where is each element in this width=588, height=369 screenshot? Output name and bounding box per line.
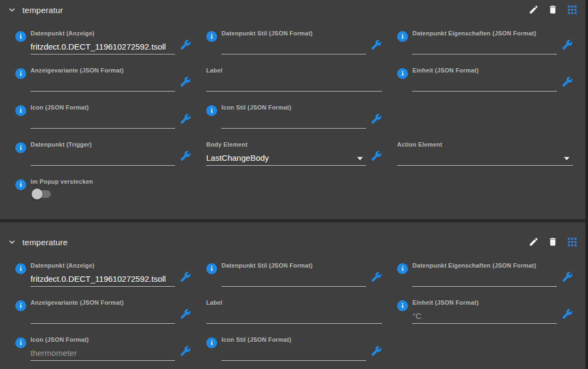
- field-action-element: Action Element: [397, 141, 573, 166]
- label-input[interactable]: [206, 78, 382, 88]
- field-label: Icon (JSON Format): [31, 104, 175, 111]
- anzeigevariante-input[interactable]: [31, 310, 175, 320]
- einheit-input[interactable]: [412, 78, 557, 88]
- anzeigevariante-input[interactable]: [31, 78, 175, 88]
- field-label: Label: [206, 299, 382, 306]
- icon-stil-input[interactable]: [221, 347, 366, 358]
- info-icon[interactable]: i: [15, 31, 26, 42]
- datenpunkt-anzeige-input[interactable]: fritzdect.0.DECT_119610272592.tsoll: [31, 273, 175, 283]
- drag-grid-icon[interactable]: [568, 5, 577, 14]
- field-datenpunkt-eigenschaften: i Datenpunkt Eigenschaften (JSON Format): [397, 262, 573, 287]
- pencil-icon[interactable]: [529, 237, 539, 247]
- field-label: Datenpunkt Stil (JSON Format): [221, 262, 366, 269]
- field-label: Einheit (JSON Format): [412, 299, 557, 306]
- wrench-icon[interactable]: [562, 271, 573, 282]
- chevron-down-icon[interactable]: [7, 237, 17, 247]
- field-label: Body Element: [206, 141, 366, 148]
- wrench-icon[interactable]: [562, 76, 573, 87]
- datenpunkt-stil-input[interactable]: [221, 41, 366, 51]
- info-icon[interactable]: i: [15, 179, 26, 190]
- widget-config-screen: temperatur i Datenpunkt (Anzeige) fritzd…: [0, 0, 588, 369]
- wrench-icon[interactable]: [180, 113, 191, 124]
- wrench-icon[interactable]: [371, 150, 382, 161]
- body-element-select[interactable]: LastChangeBody: [206, 152, 366, 162]
- field-label-text: Label: [206, 67, 382, 92]
- field-label: Label: [206, 67, 382, 74]
- wrench-icon[interactable]: [371, 346, 382, 356]
- panel-divider: [0, 219, 588, 222]
- field-einheit: i Einheit (JSON Format): [397, 67, 573, 92]
- wrench-icon[interactable]: [180, 308, 191, 319]
- drag-grid-icon[interactable]: [568, 238, 577, 246]
- info-icon[interactable]: i: [206, 105, 217, 116]
- field-label: Icon Stil (JSON Format): [221, 104, 366, 111]
- field-label: Datenpunkt (Trigger): [31, 141, 175, 148]
- pencil-icon[interactable]: [529, 4, 539, 15]
- info-icon[interactable]: i: [397, 31, 408, 42]
- info-icon[interactable]: i: [206, 337, 217, 348]
- icon-input[interactable]: thermometer: [31, 347, 175, 358]
- info-icon[interactable]: i: [15, 105, 26, 116]
- field-datenpunkt-trigger: i Datenpunkt (Trigger): [15, 141, 191, 166]
- info-icon[interactable]: i: [15, 68, 26, 79]
- field-datenpunkt-stil: i Datenpunkt Stil (JSON Format): [206, 262, 382, 287]
- panel-temperature-fields: i Datenpunkt (Anzeige) fritzdect.0.DECT_…: [0, 252, 588, 361]
- wrench-icon[interactable]: [180, 150, 191, 161]
- field-anzeigevariante: i Anzeigevariante (JSON Format): [15, 67, 191, 92]
- wrench-icon[interactable]: [562, 308, 573, 319]
- toggle-knob: [32, 189, 43, 199]
- datenpunkt-eigenschaften-input[interactable]: [412, 273, 557, 283]
- einheit-input[interactable]: °C: [412, 310, 557, 320]
- field-label-text: Label: [206, 299, 382, 324]
- info-icon[interactable]: i: [397, 300, 408, 311]
- trash-icon[interactable]: [548, 237, 559, 247]
- scrollbar[interactable]: [585, 0, 588, 369]
- wrench-icon[interactable]: [371, 271, 382, 282]
- field-anzeigevariante: i Anzeigevariante (JSON Format): [15, 299, 191, 324]
- info-icon[interactable]: i: [397, 68, 408, 79]
- info-icon[interactable]: i: [15, 142, 26, 153]
- info-icon[interactable]: i: [15, 337, 26, 348]
- panel-actions: [529, 4, 577, 15]
- datenpunkt-trigger-input[interactable]: [31, 152, 175, 162]
- popup-hide-toggle[interactable]: [32, 189, 52, 199]
- wrench-icon[interactable]: [371, 39, 382, 50]
- datenpunkt-stil-input[interactable]: [221, 273, 366, 283]
- panel-temperatur: temperatur i Datenpunkt (Anzeige) fritzd…: [0, 0, 588, 203]
- panel-temperature-header: temperature: [0, 232, 588, 252]
- trash-icon[interactable]: [548, 4, 559, 15]
- info-icon[interactable]: i: [15, 263, 26, 274]
- field-label: Action Element: [397, 141, 573, 148]
- info-icon[interactable]: i: [397, 263, 408, 274]
- panel-title: temperature: [22, 238, 68, 247]
- field-label: Anzeigevariante (JSON Format): [31, 67, 175, 74]
- wrench-icon[interactable]: [180, 76, 191, 87]
- field-label: Anzeigevariante (JSON Format): [31, 299, 175, 306]
- field-icon: i Icon (JSON Format) thermometer: [15, 336, 191, 361]
- wrench-icon[interactable]: [562, 39, 573, 50]
- caret-down-icon: [357, 157, 363, 160]
- field-icon-stil: i Icon Stil (JSON Format): [206, 336, 382, 361]
- datenpunkt-anzeige-input[interactable]: fritzdect.0.DECT_119610272592.tsoll: [31, 41, 175, 51]
- datenpunkt-eigenschaften-input[interactable]: [412, 41, 557, 51]
- wrench-icon[interactable]: [180, 271, 191, 282]
- panel-temperatur-header: temperatur: [0, 0, 588, 20]
- action-element-select[interactable]: [397, 152, 573, 162]
- panel-temperatur-fields: i Datenpunkt (Anzeige) fritzdect.0.DECT_…: [0, 20, 588, 203]
- info-icon[interactable]: i: [206, 263, 217, 274]
- field-label: Datenpunkt (Anzeige): [31, 30, 175, 37]
- info-icon[interactable]: i: [15, 300, 26, 311]
- field-im-popup-verstecken: i im Popup verstecken: [15, 178, 191, 203]
- icon-input[interactable]: [31, 115, 175, 125]
- icon-stil-input[interactable]: [221, 115, 366, 125]
- wrench-icon[interactable]: [180, 39, 191, 50]
- label-input[interactable]: [206, 310, 382, 320]
- field-einheit: i Einheit (JSON Format) °C: [397, 299, 573, 324]
- chevron-down-icon[interactable]: [7, 4, 17, 15]
- wrench-icon[interactable]: [371, 113, 382, 124]
- field-label: im Popup verstecken: [31, 178, 191, 185]
- field-datenpunkt-stil: i Datenpunkt Stil (JSON Format): [206, 30, 382, 55]
- wrench-icon[interactable]: [180, 346, 191, 356]
- info-icon[interactable]: i: [206, 31, 217, 42]
- field-label: Datenpunkt Stil (JSON Format): [221, 30, 366, 37]
